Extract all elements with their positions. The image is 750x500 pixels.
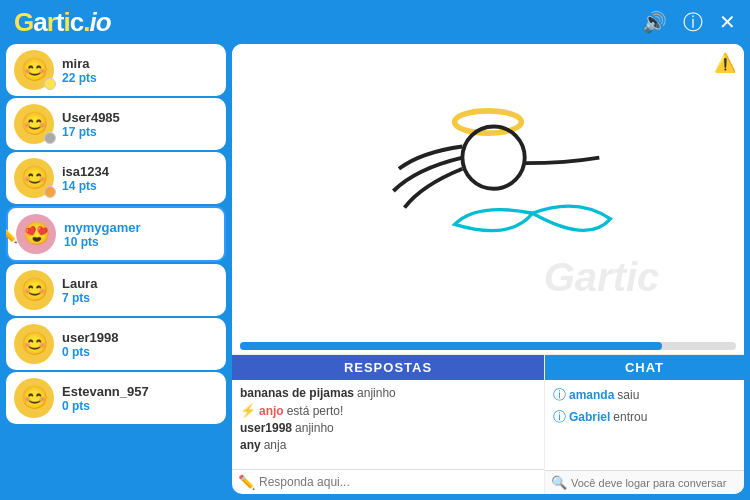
player-info: mymygamer 10 pts [64,220,216,249]
player-pts: 17 pts [62,125,218,139]
player-item: 😊 Estevann_957 0 pts [6,372,226,424]
pencil-icon: ✏️ [6,225,18,244]
volume-icon[interactable]: 🔊 [642,10,667,34]
player-pts: 7 pts [62,291,218,305]
chat-action: entrou [613,410,647,424]
player-name: mymygamer [64,220,216,235]
avatar: 😊 [14,378,54,418]
badge [44,186,56,198]
answer-input-row: ✏️ [232,469,544,494]
svg-text:Gartic: Gartic [544,255,660,299]
player-item: 😊 user1998 0 pts [6,318,226,370]
avatar: 😊 [14,324,54,364]
player-name: User4985 [62,110,218,125]
player-item: 😊 Laura 7 pts [6,264,226,316]
chat-username: amanda [569,388,614,402]
player-pts: 0 pts [62,345,218,359]
chat-tab[interactable]: CHAT [545,355,744,380]
svg-point-1 [462,126,524,188]
player-pts: 0 pts [62,399,218,413]
msg-user: any [240,438,261,452]
chat-username: Gabriel [569,410,610,424]
list-item: ⓘ amanda saiu [553,386,736,404]
player-info: mira 22 pts [62,56,218,85]
chat-action: saiu [617,388,639,402]
respostas-panel: RESPOSTAS bananas de pijamas anjinho ⚡ a… [232,354,544,494]
sidebar: 😊 mira 22 pts 😊 User4985 17 pts 😊 isa123… [6,44,226,494]
player-info: Estevann_957 0 pts [62,384,218,413]
player-item: 😊 User4985 17 pts [6,98,226,150]
badge [44,78,56,90]
drawing-svg: Gartic [232,44,744,338]
header: Gartic.io 🔊 ⓘ ✕ [0,0,750,44]
info-icon[interactable]: ⓘ [683,9,703,36]
chat-input[interactable] [571,477,738,489]
progress-bar-fill [240,342,662,350]
player-info: User4985 17 pts [62,110,218,139]
info-circle-icon: ⓘ [553,386,566,404]
player-name: user1998 [62,330,218,345]
main-layout: 😊 mira 22 pts 😊 User4985 17 pts 😊 isa123… [0,44,750,500]
progress-bar-container [240,342,736,350]
list-item: user1998 anjinho [240,421,536,435]
chat-panel: CHAT ⓘ amanda saiu ⓘ Gabriel entrou 🔍 [544,354,744,494]
player-name: Laura [62,276,218,291]
msg-text: anjinho [295,421,334,435]
msg-text: anjinho [357,386,396,400]
msg-highlight: anjo [259,404,284,418]
canvas-area: ⚠️ Gartic [232,44,744,494]
msg-text: anja [264,438,287,452]
player-name: isa1234 [62,164,218,179]
chat-messages: ⓘ amanda saiu ⓘ Gabriel entrou [545,380,744,470]
list-item: ⓘ Gabriel entrou [553,408,736,426]
player-name: Estevann_957 [62,384,218,399]
info-circle-icon: ⓘ [553,408,566,426]
lightning-icon: ⚡ [240,403,256,418]
player-item: 😊 isa1234 14 pts [6,152,226,204]
badge [44,132,56,144]
pencil-small-icon: ✏️ [238,474,255,490]
drawing-canvas: ⚠️ Gartic [232,44,744,338]
player-pts: 22 pts [62,71,218,85]
player-item-active: ✏️ 😍 mymygamer 10 pts [6,206,226,262]
close-icon[interactable]: ✕ [719,10,736,34]
msg-text: está perto! [287,404,344,418]
logo: Gartic.io [14,7,111,38]
respostas-tab[interactable]: RESPOSTAS [232,355,544,380]
list-item: any anja [240,438,536,452]
list-item: ⚡ anjo está perto! [240,403,536,418]
msg-user: bananas de pijamas [240,386,354,400]
list-item: bananas de pijamas anjinho [240,386,536,400]
msg-user: user1998 [240,421,292,435]
avatar: 😍 [16,214,56,254]
bottom-panels: RESPOSTAS bananas de pijamas anjinho ⚡ a… [232,354,744,494]
player-info: isa1234 14 pts [62,164,218,193]
avatar: 😊 [14,270,54,310]
player-info: user1998 0 pts [62,330,218,359]
player-pts: 10 pts [64,235,216,249]
player-info: Laura 7 pts [62,276,218,305]
chat-input-row: 🔍 [545,470,744,494]
search-icon: 🔍 [551,475,567,490]
answer-input[interactable] [259,475,538,489]
player-name: mira [62,56,218,71]
messages-list: bananas de pijamas anjinho ⚡ anjo está p… [232,380,544,469]
header-icons: 🔊 ⓘ ✕ [642,9,736,36]
player-pts: 14 pts [62,179,218,193]
player-item: 😊 mira 22 pts [6,44,226,96]
